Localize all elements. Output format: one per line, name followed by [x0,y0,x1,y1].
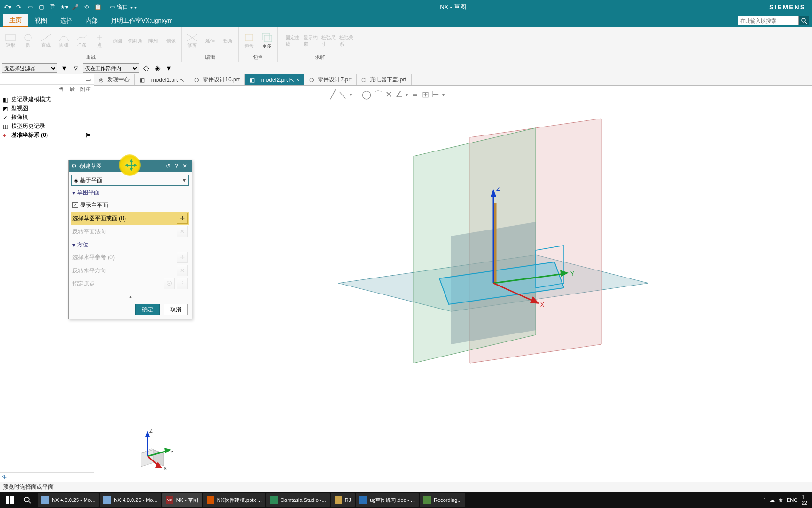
external-icon[interactable]: ⇱ [180,77,184,83]
relax-rel-button[interactable]: 松弛关系 [339,32,354,50]
crosshair-icon[interactable]: ✛ [177,213,188,224]
trim-button[interactable]: 修剪 [185,32,200,50]
tree-row-history-mode[interactable]: ◧史记录建模模式 [2,95,92,104]
record-icon[interactable]: ⟲ [83,3,90,11]
include-button[interactable]: 包含 [242,32,257,50]
row-select-plane[interactable]: 选择草图平面或面 (0) ✛ [71,212,189,225]
fillet-button[interactable]: 倒圆 [110,32,125,50]
task-nx2[interactable]: NX 4.0.0.25 - Mo... [100,493,161,507]
tray-up-icon[interactable]: ˄ [763,497,766,503]
method-combo[interactable]: ◈基于平面 ▾ [71,175,189,186]
tree-row-history[interactable]: ◫模型历史记录 [2,122,92,131]
task-nx-sketch[interactable]: NXNX - 草图 [162,493,202,507]
tree-row-csys[interactable]: ⌖基准坐标系 (0)⚑ [2,131,92,140]
row-show-main-plane[interactable]: ✓ 显示主平面 [71,198,189,212]
clipboard-icon[interactable]: 📋 [94,3,102,11]
sel-icon3[interactable]: ▾ [164,64,173,72]
grid-icon[interactable]: ⊞ [422,89,429,100]
tab-studio[interactable]: 月明工作室VX:ugnxym [104,15,179,27]
rect-button[interactable]: 矩形 [3,32,18,50]
funnel-icon[interactable]: ▿ [71,64,80,72]
save-icon[interactable]: ▢ [38,3,45,11]
search-button[interactable] [20,493,37,507]
nav-tab-cur[interactable]: 当 [56,85,67,94]
extend-button[interactable]: 延伸 [203,32,218,50]
chamfer-button[interactable]: 倒斜角 [128,32,143,50]
tab-model2[interactable]: ◧_model2.prt⇱× [245,74,304,85]
external-icon[interactable]: ⇱ [289,77,294,83]
sel-icon1[interactable]: ◇ [142,64,150,72]
mirror-button[interactable]: 镜像 [164,32,179,50]
copy-icon[interactable]: ⿻ [49,3,56,11]
task-rj[interactable]: RJ [331,493,355,507]
start-button[interactable] [2,493,19,507]
chevron-down-icon[interactable]: ▾ [180,177,188,183]
filter-icon[interactable]: ▾ [60,64,69,72]
task-recording[interactable]: Recording... [420,493,465,507]
trim-icon[interactable]: ✕ [385,89,392,100]
section-orientation[interactable]: ▾方位 [71,238,189,251]
nav-tab-recent[interactable]: 最 [67,85,78,94]
tray-clock[interactable]: 1 22 [802,494,807,506]
gear-icon[interactable]: ⚙ [71,163,77,169]
corner-button[interactable]: 拐角 [220,32,235,50]
spline-button[interactable]: 样条 [74,32,89,50]
tree-row-model-view[interactable]: ◩型视图 [2,104,92,113]
pattern-button[interactable]: 阵列 [146,32,161,50]
tray-wechat-icon[interactable]: ❀ [779,497,783,503]
task-nx1[interactable]: NX 4.0.0.25 - Mo... [38,493,99,507]
filter1-combo[interactable]: 无选择过滤器 [2,64,57,73]
tray-cloud-icon[interactable]: ☁ [770,497,775,503]
task-camtasia[interactable]: Camtasia Studio -... [266,493,330,507]
star-icon[interactable]: ★▾ [60,3,68,11]
tree-row-camera[interactable]: ✓摄像机 [2,113,92,122]
window-combo[interactable]: ▭窗口▾▾ [110,3,137,11]
section-sketch-plane[interactable]: ▾草图平面 [71,186,189,198]
nav-pin-icon[interactable]: ▭ [86,76,91,83]
tray-lang[interactable]: ENG [787,497,798,503]
circle-button[interactable]: 圆 [21,32,36,50]
tab-internal[interactable]: 内部 [79,15,104,27]
undo-icon[interactable]: ↶▾ [4,3,11,11]
line2-icon[interactable]: ＼ [338,89,347,100]
redo-icon[interactable]: ↷ [15,3,23,11]
cancel-button[interactable]: 取消 [164,304,188,315]
dim-icon[interactable]: ⊢ [432,89,439,100]
open-icon[interactable]: ▭ [26,3,34,11]
reset-icon[interactable]: ↺ [164,162,172,170]
task-doc[interactable]: ug草图练习.doc - ... [356,493,419,507]
equal-icon[interactable]: ＝ [411,89,419,100]
tab-model1[interactable]: ◧_model1.prt⇱ [135,74,189,85]
arc-button[interactable]: 圆弧 [56,32,71,50]
line-button[interactable]: 直线 [39,32,54,50]
view-triad[interactable]: Z Y X [127,425,174,472]
collapse-handle[interactable]: ▴ [69,293,192,300]
checkbox-icon[interactable]: ✓ [72,202,78,208]
mic-icon[interactable]: 🎤 [71,3,79,11]
angle-icon[interactable]: ∠ [395,89,403,100]
search-input[interactable] [738,16,799,25]
point-button[interactable]: 点 [92,32,107,50]
arc-icon[interactable]: ⌒ [374,89,383,100]
tab-select[interactable]: 选择 [54,15,79,27]
filter2-combo[interactable]: 仅在工作部件内 [83,64,139,73]
task-pptx[interactable]: NX软件建模.pptx ... [203,493,265,507]
graphics-area[interactable]: ╱ ＼▾ ◯ ⌒ ✕ ∠▾ ＝ ⊞ ⊢▾ [94,86,812,482]
sel-icon2[interactable]: ◈ [153,64,162,72]
line-icon[interactable]: ╱ [330,89,336,100]
search-button[interactable] [799,16,809,25]
tab-part16[interactable]: ⬡零件设计16.prt [189,74,245,85]
close-icon[interactable]: ✕ [180,162,189,170]
tab-home[interactable]: 主页 [3,14,28,27]
tab-view[interactable]: 视图 [28,15,54,27]
more-button[interactable]: 更多 [259,32,274,50]
show-constraint-button[interactable]: 显示约束 [304,32,319,50]
tab-discover[interactable]: ◎发现中心 [94,74,135,85]
tab-charger[interactable]: ⬡充电器下盖.prt [357,74,411,85]
circle-icon[interactable]: ◯ [362,89,371,100]
tab-part7[interactable]: ⬡零件设计7.prt [304,74,357,85]
fix-curve-button[interactable]: 固定曲线 [286,32,301,50]
nav-tab-note[interactable]: 附注 [78,85,94,94]
close-tab-icon[interactable]: × [296,77,299,83]
relax-dim-button[interactable]: 松弛尺寸 [321,32,336,50]
